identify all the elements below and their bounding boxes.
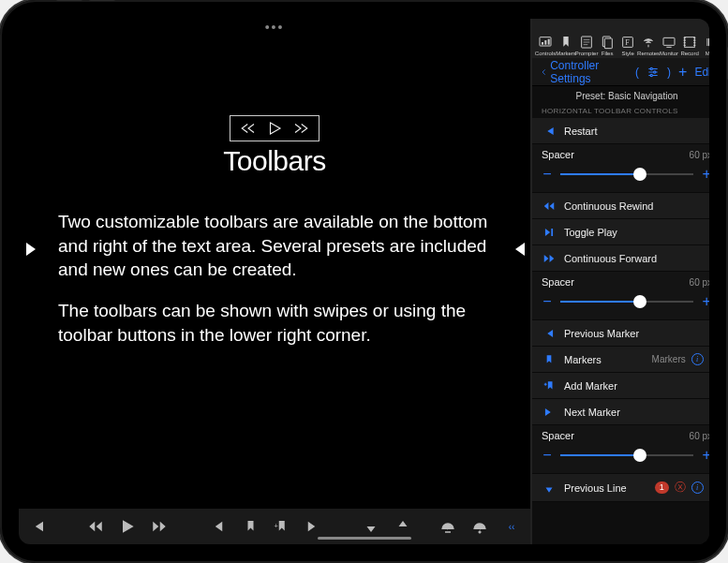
row-label: Toggle Play: [564, 227, 705, 238]
forward-button[interactable]: [150, 517, 169, 536]
app-screen: ••• Toolbars Two customizable toolbars a…: [19, 19, 709, 544]
speed-down-button[interactable]: [438, 517, 457, 536]
control-row-next-marker[interactable]: Next Marker: [532, 399, 709, 425]
home-indicator[interactable]: [318, 537, 411, 540]
volume-down-button[interactable]: [89, 0, 115, 1]
increase-button[interactable]: +: [701, 166, 709, 183]
control-row-toggle-play[interactable]: Toggle Play: [532, 219, 709, 245]
spacer-slider[interactable]: [560, 448, 693, 463]
spacer-label: Spacer: [542, 430, 574, 441]
next-marker-icon: [542, 406, 557, 419]
svg-rect-4: [548, 39, 550, 45]
decrease-button[interactable]: −: [542, 293, 553, 310]
top-tool-controls[interactable]: Controls: [536, 34, 555, 57]
spacer-slider[interactable]: [560, 294, 693, 309]
row-label: Previous Marker: [564, 328, 705, 339]
top-tool-markers[interactable]: Markers: [557, 34, 575, 57]
volume-up-button[interactable]: [56, 0, 82, 1]
spacer-value: 60 px: [690, 277, 709, 288]
control-row-prev-marker[interactable]: Previous Marker: [532, 320, 709, 347]
top-tool-monitor[interactable]: Monitor: [660, 34, 678, 57]
right-cue-marker-icon: [515, 243, 525, 256]
spacer-row[interactable]: Spacer60 px−+: [532, 144, 709, 193]
increase-button[interactable]: +: [701, 447, 709, 464]
paren-close-icon[interactable]: ): [667, 66, 671, 79]
paragraph-1: Two customizable toolbars are available …: [58, 210, 506, 282]
decrease-button[interactable]: −: [542, 447, 553, 464]
top-tool-more[interactable]: M…: [701, 34, 709, 57]
prev-line-icon: [542, 482, 557, 495]
spacer-slider[interactable]: [560, 167, 693, 182]
thumb-text: The layout created with the Controls fea…: [531, 452, 532, 543]
row-label: Markers: [564, 354, 645, 365]
remove-icon[interactable]: ⓧ: [675, 480, 686, 496]
control-row-add-marker[interactable]: Add Marker: [532, 373, 709, 399]
row-label: Previous Line: [564, 482, 647, 494]
top-toolbar: Controls Markers Prompter Files F Style: [532, 19, 709, 58]
paragraph-2: The toolbars can be shown with swipes or…: [58, 299, 506, 347]
paren-open-icon[interactable]: (: [635, 66, 639, 79]
add-button[interactable]: +: [678, 64, 687, 81]
forward-icon: [292, 120, 309, 137]
thumb-text: A gesture remote can also be used to con…: [531, 396, 532, 452]
prev-marker-button[interactable]: [208, 517, 227, 536]
row-label: Continuous Forward: [564, 253, 705, 264]
main-prompter-area: ••• Toolbars Two customizable toolbars a…: [19, 19, 530, 544]
svg-rect-13: [663, 37, 675, 45]
spacer-value: 60 px: [690, 150, 709, 160]
top-tool-style[interactable]: F Style: [618, 34, 637, 57]
svg-text:F: F: [625, 38, 630, 47]
top-tool-prompter[interactable]: Prompter: [577, 34, 596, 57]
back-label: Controller Settings: [550, 59, 635, 85]
control-row-rewind[interactable]: Continuous Rewind: [532, 193, 709, 219]
forward-icon: [542, 252, 557, 265]
restart-button[interactable]: [28, 517, 47, 536]
svg-text:+: +: [275, 522, 279, 530]
add-marker-icon: [542, 379, 557, 393]
info-icon[interactable]: i: [691, 353, 704, 365]
speed-up-button[interactable]: [470, 517, 489, 536]
prompter-text-area[interactable]: Toolbars Two customizable toolbars are a…: [19, 36, 530, 509]
rewind-button[interactable]: [86, 517, 105, 536]
spacer-row[interactable]: Spacer60 px−+: [532, 425, 709, 474]
decrease-button[interactable]: −: [542, 166, 553, 183]
markers-button[interactable]: [240, 517, 259, 536]
markers-icon: [542, 353, 557, 366]
svg-point-22: [654, 70, 656, 72]
settings-list[interactable]: RestartSpacer60 px−+Continuous RewindTog…: [532, 118, 709, 544]
spacer-row[interactable]: Spacer60 px−+: [532, 272, 709, 320]
top-tool-files[interactable]: Files: [598, 34, 617, 57]
prev-line-button[interactable]: [362, 517, 380, 536]
drag-handle-icon[interactable]: •••: [19, 19, 530, 36]
thumbnail-strip[interactable]: Take Control There are several ways to t…: [530, 19, 532, 544]
next-marker-button[interactable]: [304, 517, 322, 536]
thumb-text: There are several ways to take control o…: [531, 48, 532, 96]
count-badge: 1: [655, 482, 669, 494]
control-row-forward[interactable]: Continuous Forward: [532, 245, 709, 272]
spacer-value: 60 px: [690, 431, 709, 441]
info-icon[interactable]: i: [691, 482, 704, 494]
back-button[interactable]: Controller Settings: [540, 59, 635, 85]
control-row-restart[interactable]: Restart: [532, 118, 709, 144]
panel-header: Controller Settings ( ) + Edit: [532, 58, 709, 86]
edit-button[interactable]: Edit: [694, 66, 709, 79]
preset-label: Preset: Basic Navigation: [532, 86, 709, 104]
settings-panel: Controls Markers Prompter Files F Style: [532, 19, 709, 544]
thumb-text: The Controls feature provides a customiz…: [531, 104, 532, 239]
toolbar-toggle-button[interactable]: ‹‹: [502, 517, 521, 536]
settings-sliders-icon[interactable]: [646, 66, 660, 79]
next-line-button[interactable]: [394, 517, 412, 536]
row-label: Add Marker: [564, 380, 705, 392]
toggle-play-icon: [542, 226, 557, 239]
control-row-markers[interactable]: MarkersMarkersi›: [532, 347, 709, 373]
row-label: Continuous Rewind: [564, 200, 705, 212]
control-row-prev-line[interactable]: Previous Line1ⓧi›: [532, 474, 709, 502]
spacer-label: Spacer: [542, 149, 574, 160]
add-marker-button[interactable]: +: [272, 517, 290, 536]
title-icon-group: [230, 115, 319, 141]
top-tool-record[interactable]: Record: [680, 34, 699, 57]
thumb-text: Numerous presets are included to cover a…: [531, 240, 532, 397]
play-button[interactable]: [118, 517, 137, 536]
increase-button[interactable]: +: [701, 293, 709, 310]
top-tool-remotes[interactable]: Remotes: [639, 34, 658, 57]
